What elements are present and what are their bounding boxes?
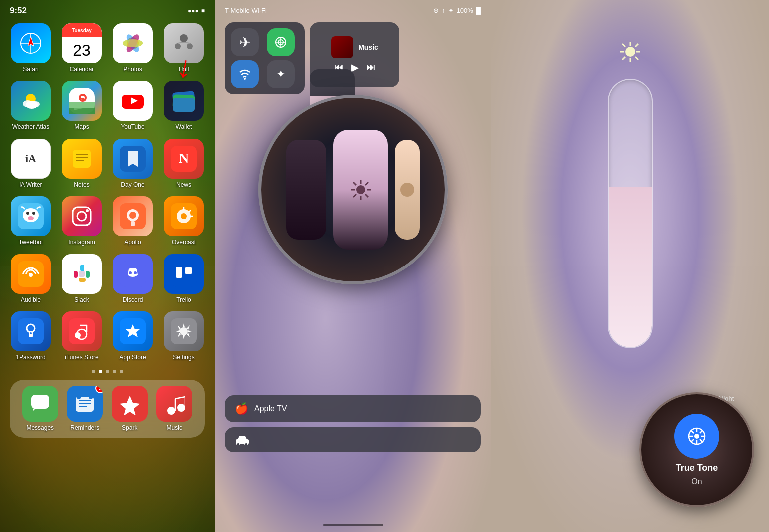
app-instagram[interactable]: Instagram <box>60 196 104 246</box>
svg-rect-47 <box>131 221 135 226</box>
app-audible[interactable]: Audible <box>9 254 53 303</box>
weather-atlas-label: Weather Atlas <box>12 123 49 130</box>
brightness-slider[interactable] <box>608 79 653 348</box>
svg-point-119 <box>245 443 248 445</box>
app-weather-atlas[interactable]: Weather Atlas <box>9 81 53 130</box>
car-icon <box>235 434 250 445</box>
music-label-text: Music <box>358 43 378 51</box>
app-safari[interactable]: Safari <box>9 23 53 73</box>
brightness-fill <box>609 187 652 347</box>
svg-point-9 <box>123 39 143 47</box>
cc-cellular-tile[interactable] <box>267 28 295 56</box>
dock-reminders[interactable]: 3 Reminders <box>67 386 103 431</box>
svg-rect-79 <box>31 395 49 409</box>
svg-rect-71 <box>69 318 95 344</box>
news-label: News <box>176 181 191 188</box>
svg-point-70 <box>30 332 32 334</box>
magnified-brightness-circle <box>258 95 448 284</box>
app-day-one[interactable]: Day One <box>111 139 155 188</box>
app-tweetbot[interactable]: Tweetbot <box>9 196 53 246</box>
app-notes[interactable]: Notes <box>60 139 104 188</box>
svg-point-40 <box>28 216 34 220</box>
tweetbot-icon <box>11 196 51 236</box>
svg-text:N: N <box>179 150 189 166</box>
app-settings[interactable]: Settings <box>162 311 206 361</box>
ia-writer-label: iA Writer <box>19 181 42 188</box>
svg-line-113 <box>353 182 356 185</box>
svg-point-42 <box>77 212 86 221</box>
cc-airplane-tile[interactable]: ✈ <box>231 28 259 56</box>
panel-brightness: Night Shift Off U... True Tone On <box>491 0 769 532</box>
day-one-label: Day One <box>121 181 144 188</box>
svg-line-128 <box>622 57 625 60</box>
app-apollo[interactable]: Apollo <box>111 196 155 246</box>
app-youtube[interactable]: YouTube <box>111 81 155 130</box>
app-slack[interactable]: Slack <box>60 254 104 303</box>
svg-line-116 <box>353 194 356 197</box>
svg-point-138 <box>694 434 699 439</box>
dock-music[interactable]: Music <box>156 386 192 431</box>
day-one-icon <box>113 139 153 179</box>
app-wallet[interactable]: Wallet <box>162 81 206 130</box>
music-label: Music <box>167 424 182 431</box>
app-calendar[interactable]: Tuesday 23 Calendar <box>60 23 104 73</box>
true-tone-icon <box>686 425 708 447</box>
svg-rect-32 <box>76 160 84 161</box>
svg-line-125 <box>622 44 625 47</box>
app-itunes-store[interactable]: iTunes Store <box>60 311 104 361</box>
svg-point-62 <box>129 271 132 274</box>
true-tone-circle[interactable]: True Tone On <box>639 392 754 507</box>
mag-brightness-slider[interactable] <box>333 130 388 250</box>
svg-point-50 <box>181 213 187 219</box>
dock-spark[interactable]: Spark <box>112 386 148 431</box>
trello-label: Trello <box>176 296 191 303</box>
svg-line-14 <box>184 42 190 43</box>
svg-rect-29 <box>73 150 91 168</box>
audible-label: Audible <box>21 296 41 303</box>
maps-label: Maps <box>74 123 89 130</box>
dock-messages[interactable]: Messages <box>22 386 58 431</box>
signal-icon: ●●● <box>188 7 199 14</box>
svg-rect-21 <box>69 108 95 114</box>
reminders-icon: 3 <box>67 386 103 422</box>
cc-car-tile[interactable] <box>225 427 481 452</box>
cc-wifi-tile[interactable] <box>231 60 259 88</box>
safari-icon <box>11 23 51 63</box>
cc-status-bar: T-Mobile Wi-Fi ⊕ ↑ ✦ 100% █ <box>215 0 491 18</box>
weather-atlas-icon <box>11 81 51 121</box>
slack-icon <box>62 254 102 294</box>
news-icon: N <box>164 139 204 179</box>
wallet-label: Wallet <box>176 123 192 130</box>
app-store-label: App Store <box>119 354 146 361</box>
app-1password[interactable]: 1Password <box>9 311 53 361</box>
cc-bluetooth-tile[interactable]: ✦ <box>267 60 295 88</box>
app-overcast[interactable]: Overcast <box>162 196 206 246</box>
music-info: Music <box>331 36 378 58</box>
svg-marker-87 <box>120 396 140 415</box>
app-photos[interactable]: Photos <box>111 23 155 73</box>
appletv-label: Apple TV <box>254 404 287 413</box>
app-discord[interactable]: Discord <box>111 254 155 303</box>
svg-rect-56 <box>74 271 78 278</box>
svg-rect-86 <box>89 395 93 399</box>
app-maps[interactable]: Maps <box>60 81 104 130</box>
safari-label: Safari <box>23 66 38 73</box>
overcast-icon <box>164 196 204 236</box>
app-app-store[interactable]: App Store <box>111 311 155 361</box>
dot-1 <box>92 370 95 373</box>
status-icons: ●●● ■ <box>188 7 205 14</box>
app-trello[interactable]: Trello <box>162 254 206 303</box>
itunes-store-icon <box>62 311 102 351</box>
instagram-label: Instagram <box>68 239 95 246</box>
cc-appletv-tile[interactable]: 🍎 Apple TV <box>225 395 481 422</box>
cc-battery-pct: 100% <box>457 7 473 14</box>
app-ia-writer[interactable]: iA iA Writer <box>9 139 53 188</box>
bright-content <box>491 0 769 348</box>
app-news[interactable]: N News <box>162 139 206 188</box>
photos-icon <box>113 23 153 63</box>
dock: Messages 3 Reminders Spark Music <box>10 380 205 437</box>
discord-label: Discord <box>123 296 143 303</box>
cc-bluetooth-icon: ✦ <box>448 7 454 14</box>
music-album-art <box>331 36 353 58</box>
spark-icon <box>112 386 148 422</box>
